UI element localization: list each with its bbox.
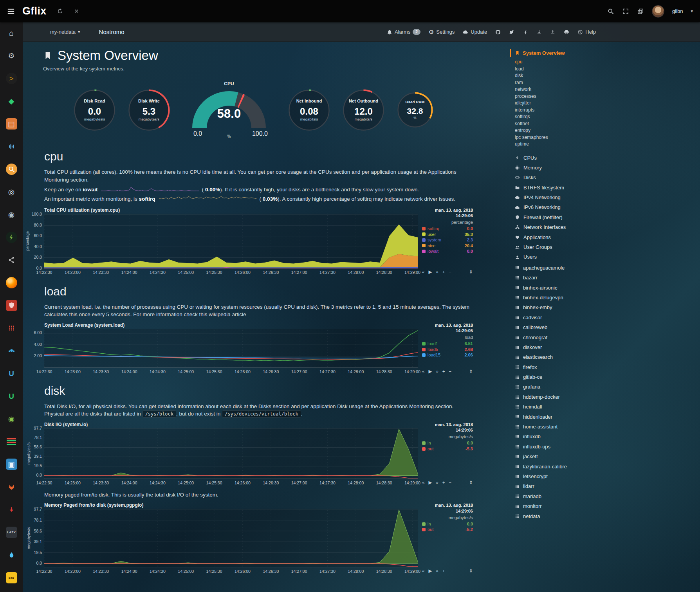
- sidebar-app-u-blue-app[interactable]: U: [5, 367, 18, 379]
- play-icon[interactable]: ▶: [428, 480, 432, 485]
- menu-app-firefox[interactable]: firefox: [515, 362, 619, 372]
- sidebar-app-lazylibrarian[interactable]: LAZY: [5, 526, 18, 538]
- resize-handle-icon[interactable]: ⇕: [469, 369, 473, 374]
- sidebar-app-window-app[interactable]: ▣: [5, 458, 18, 470]
- sidebar-app-home[interactable]: ⌂: [5, 27, 18, 39]
- fullscreen-icon[interactable]: [622, 8, 629, 15]
- menu-sub-interrupts[interactable]: interrupts: [515, 107, 619, 114]
- legend-out[interactable]: out-5.3: [422, 446, 473, 452]
- sidebar-app-settings[interactable]: ⚙: [5, 50, 18, 61]
- sidebar-app-gem-app[interactable]: ◆: [5, 95, 18, 107]
- chart-load[interactable]: System Load Average (system.load) load6.…: [28, 322, 504, 375]
- menu-section-ipv4-networking[interactable]: IPv4 Networking: [515, 193, 619, 202]
- legend-softirq[interactable]: softirq0.0: [422, 226, 473, 232]
- legend-out[interactable]: out-5.2: [422, 527, 473, 533]
- play-icon[interactable]: ▶: [428, 269, 432, 275]
- menu-sub-uptime[interactable]: uptime: [515, 141, 619, 148]
- refresh-icon[interactable]: [57, 8, 63, 14]
- gauge-net-inbound[interactable]: Net Inbound 0.08 megabits/s: [287, 88, 332, 134]
- menu-section-memory[interactable]: Memory: [515, 163, 619, 173]
- nav-facebook[interactable]: [523, 29, 528, 35]
- server-dropdown[interactable]: my-netdata▾: [50, 29, 80, 35]
- menu-app-gitlab-ce[interactable]: gitlab-ce: [515, 372, 619, 382]
- sidebar-app-dots-app[interactable]: [5, 322, 18, 334]
- zoom-out-icon[interactable]: −: [449, 569, 451, 573]
- sidebar-app-plex[interactable]: >: [5, 72, 18, 84]
- menu-system-overview[interactable]: System Overview: [510, 49, 619, 57]
- menu-app-letsencrypt[interactable]: letsencrypt: [515, 471, 619, 481]
- legend-in[interactable]: in0.0: [422, 440, 473, 446]
- menu-sub-ram[interactable]: ram: [515, 79, 619, 86]
- menu-app-lidarr[interactable]: lidarr: [515, 481, 619, 491]
- menu-sub-ipc-semaphores[interactable]: ipc semaphores: [515, 134, 619, 141]
- sidebar-app-shield-app[interactable]: [5, 299, 18, 311]
- menu-app-elasticsearch[interactable]: elasticsearch: [515, 352, 619, 362]
- sidebar-app-audio-bars-app[interactable]: [5, 140, 18, 152]
- sidebar-app-arrow-down-app[interactable]: [5, 504, 18, 515]
- pan-left-icon[interactable]: «: [422, 569, 424, 573]
- menu-app-binhex-airsonic[interactable]: binhex-airsonic: [515, 283, 619, 293]
- zoom-in-icon[interactable]: +: [442, 480, 445, 485]
- menu-sub-disk[interactable]: disk: [515, 72, 619, 79]
- legend-load1[interactable]: load16.51: [422, 341, 473, 347]
- menu-app-influxdb-ups[interactable]: influxdb-ups: [515, 442, 619, 452]
- sidebar-app-target-app[interactable]: ◉: [5, 209, 18, 220]
- nav-print[interactable]: [564, 29, 569, 35]
- menu-app-jackett[interactable]: jackett: [515, 452, 619, 461]
- legend-user[interactable]: user35.3: [422, 232, 473, 238]
- legend-load5[interactable]: load52.68: [422, 347, 473, 353]
- chart-plot[interactable]: [44, 509, 418, 567]
- search-icon[interactable]: [607, 8, 614, 15]
- softirq-sparkline[interactable]: [159, 195, 256, 203]
- menu-app-mariadb[interactable]: mariadb: [515, 491, 619, 501]
- menu-icon[interactable]: [7, 7, 15, 16]
- zoom-in-icon[interactable]: +: [442, 270, 445, 274]
- pan-left-icon[interactable]: «: [422, 480, 424, 485]
- iowait-sparkline[interactable]: [101, 186, 199, 194]
- menu-app-heimdall[interactable]: heimdall: [515, 402, 619, 412]
- legend-iowait[interactable]: iowait0.0: [422, 248, 473, 254]
- menu-section-applications[interactable]: Applications: [515, 232, 619, 242]
- menu-app-lazylibrarian-calibre[interactable]: lazylibrarian-calibre: [515, 462, 619, 471]
- menu-sub-network[interactable]: network: [515, 86, 619, 93]
- sidebar-app-firefox-app[interactable]: [5, 277, 18, 288]
- sidebar-app-ring-app[interactable]: ◎: [5, 186, 18, 198]
- chart-pgpgio[interactable]: Memory Paged from/to disk (system.pgpgio…: [28, 502, 504, 574]
- menu-sub-cpu[interactable]: cpu: [515, 59, 619, 66]
- menu-app-binhex-delugevpn[interactable]: binhex-delugevpn: [515, 293, 619, 302]
- zoom-in-icon[interactable]: +: [442, 569, 445, 573]
- tabs-icon[interactable]: [637, 8, 644, 15]
- sidebar-app-u-green-app[interactable]: U: [5, 390, 18, 402]
- play-icon[interactable]: ▶: [428, 568, 432, 574]
- gauge-disk-write[interactable]: Disk Write 5.3 megabytes/s: [126, 88, 171, 134]
- gauge-used-ram[interactable]: Used RAM 32.8 %: [395, 90, 435, 131]
- sidebar-app-search-app[interactable]: [5, 163, 18, 175]
- menu-sub-softirqs[interactable]: softirqs: [515, 113, 619, 121]
- menu-app-binhex-emby[interactable]: binhex-emby: [515, 302, 619, 312]
- sidebar-app-ring-green-app[interactable]: ◉: [5, 413, 18, 425]
- menu-sub-processes[interactable]: processes: [515, 93, 619, 100]
- pan-right-icon[interactable]: »: [436, 569, 438, 573]
- menu-sub-softnet[interactable]: softnet: [515, 121, 619, 128]
- resize-handle-icon[interactable]: ⇕: [469, 269, 473, 275]
- menu-section-cpus[interactable]: CPUs: [515, 153, 619, 163]
- menu-app-home-assistant[interactable]: home-assistant: [515, 422, 619, 432]
- menu-app-grafana[interactable]: grafana: [515, 382, 619, 392]
- nav-github[interactable]: [495, 29, 501, 35]
- menu-section-btrfs-filesystem[interactable]: BTRFS filesystem: [515, 183, 619, 193]
- chart-plot[interactable]: [44, 214, 418, 268]
- zoom-in-icon[interactable]: +: [442, 369, 445, 374]
- zoom-out-icon[interactable]: −: [449, 369, 451, 374]
- legend-nice[interactable]: nice20.4: [422, 243, 473, 249]
- nav-upload[interactable]: [550, 29, 556, 35]
- resize-handle-icon[interactable]: ⇕: [469, 480, 473, 485]
- pan-right-icon[interactable]: »: [436, 369, 438, 374]
- menu-app-apacheguacamole[interactable]: apacheguacamole: [515, 263, 619, 273]
- pan-right-icon[interactable]: »: [436, 270, 438, 274]
- sidebar-app-bolt-app[interactable]: [5, 231, 18, 243]
- chart-disk[interactable]: Disk I/O (system.io) megabytes/s97.778.1…: [28, 422, 504, 486]
- sidebar-app-share-nodes-app[interactable]: [5, 254, 18, 266]
- menu-sub-load[interactable]: load: [515, 66, 619, 73]
- sidebar-app-stripes-app[interactable]: [5, 435, 18, 447]
- legend-system[interactable]: system2.3: [422, 237, 473, 243]
